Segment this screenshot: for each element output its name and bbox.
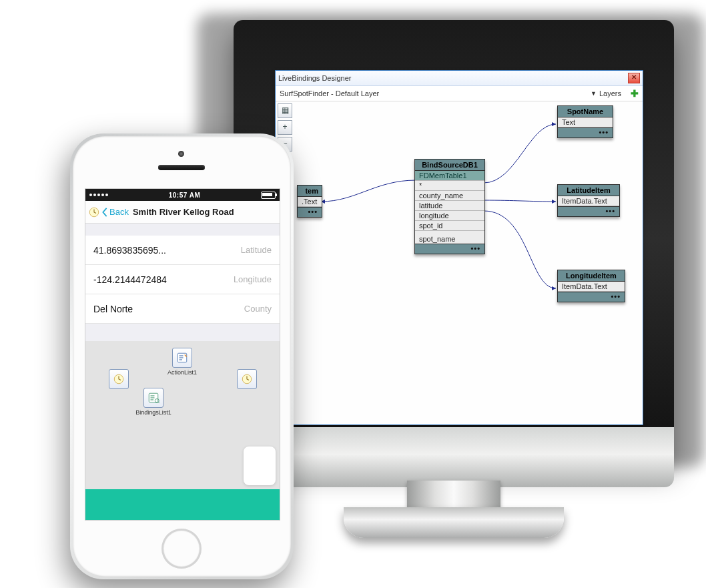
clock-icon: [109, 369, 129, 389]
window-titlebar[interactable]: LiveBindings Designer ✕: [276, 71, 643, 86]
zoom-in-button[interactable]: +: [278, 120, 292, 135]
popup-hint: [244, 447, 276, 485]
list-item[interactable]: -124.2144472484 Longitude: [85, 265, 280, 294]
component-timer-right[interactable]: [234, 369, 260, 390]
phone-camera: [178, 151, 184, 157]
binding-connections: [276, 101, 643, 424]
detail-list: 41.8693835695... Latitude -124.214447248…: [85, 236, 280, 324]
monitor-chin: [234, 427, 674, 487]
monitor-bezel: LiveBindings Designer ✕ SurfSpotFinder -…: [234, 20, 674, 461]
clock-icon: [88, 206, 100, 218]
latitude-label: Latitude: [241, 245, 272, 255]
component-actionlist[interactable]: ActionList1: [164, 348, 200, 376]
node-clipped-item[interactable]: tem .Text •••: [297, 185, 322, 218]
iphone-device: 10:57 AM Back Smith River Kellog Road: [70, 133, 294, 582]
phone-speaker: [158, 165, 205, 170]
grid-toggle-button[interactable]: ▦: [278, 103, 292, 118]
monitor-neck: [407, 481, 500, 511]
node-bindsourcedb1[interactable]: BindSourceDB1 FDMemTable1 * county_name …: [414, 159, 485, 254]
county-label: County: [244, 304, 272, 314]
desktop-monitor: LiveBindings Designer ✕ SurfSpotFinder -…: [234, 13, 687, 544]
layers-dropdown[interactable]: ▼ Layers: [591, 89, 621, 97]
window-title: LiveBindings Designer: [278, 74, 628, 82]
clock-icon: [237, 369, 257, 389]
node-longitudeitem[interactable]: LongitudeItem ItemData.Text •••: [557, 270, 625, 302]
close-button[interactable]: ✕: [628, 73, 640, 83]
current-layer-label: SurfSpotFinder - Default Layer: [280, 89, 379, 97]
component-bindingslist[interactable]: BindingsList1: [127, 388, 180, 416]
add-layer-button[interactable]: ✚: [631, 88, 639, 99]
monitor-base: [344, 507, 564, 538]
app-screen: 10:57 AM Back Smith River Kellog Road: [85, 188, 280, 521]
back-button[interactable]: Back: [101, 207, 129, 217]
designer-toolbar: SurfSpotFinder - Default Layer ▼ Layers …: [276, 86, 643, 101]
battery-icon: [261, 192, 276, 199]
home-button[interactable]: [161, 529, 202, 569]
node-latitudeitem[interactable]: LatitudeItem ItemData.Text •••: [557, 184, 620, 217]
longitude-value: -124.2144472484: [93, 274, 167, 285]
signal-strength-icon: [89, 194, 108, 196]
latitude-value: 41.8693835695...: [93, 245, 166, 256]
status-time: 10:57 AM: [108, 192, 261, 199]
livebindings-designer-window: LiveBindings Designer ✕ SurfSpotFinder -…: [275, 70, 643, 425]
longitude-label: Longitude: [234, 274, 272, 284]
bindingslist-icon: [143, 388, 163, 408]
list-item[interactable]: 41.8693835695... Latitude: [85, 236, 280, 265]
navigation-bar: Back Smith River Kellog Road: [85, 201, 280, 224]
chevron-left-icon: [101, 208, 108, 217]
actionlist-icon: [172, 348, 192, 368]
designer-canvas[interactable]: ▦ + −: [276, 101, 643, 424]
list-item[interactable]: Del Norte County: [85, 294, 280, 324]
county-value: Del Norte: [93, 304, 133, 314]
page-title: Smith River Kellog Road: [129, 207, 277, 217]
node-spotname[interactable]: SpotName Text •••: [557, 105, 613, 138]
status-bar: 10:57 AM: [85, 189, 280, 201]
bottom-action-bar[interactable]: [85, 489, 280, 520]
design-component-tray: ActionList1: [85, 341, 280, 489]
